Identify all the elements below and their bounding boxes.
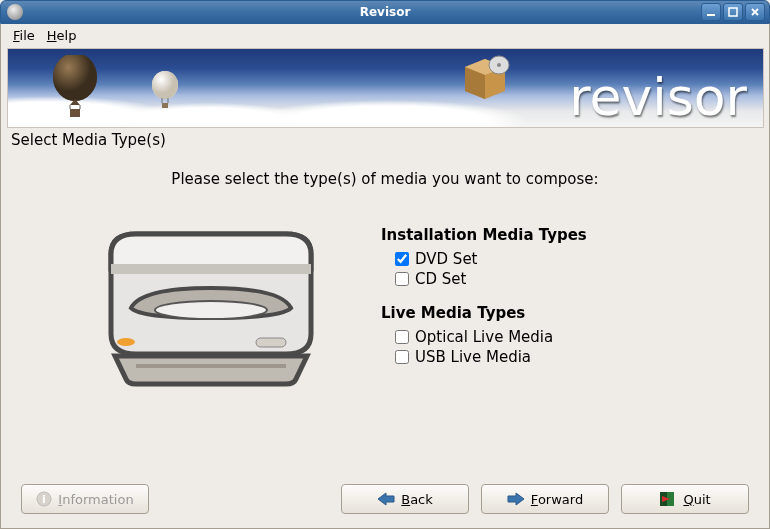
svg-point-3	[53, 55, 97, 101]
svg-point-16	[117, 338, 135, 346]
svg-rect-14	[111, 264, 311, 274]
info-icon: i	[36, 491, 52, 507]
close-icon	[750, 7, 760, 17]
menu-file[interactable]: File	[7, 26, 41, 45]
back-arrow-icon	[377, 492, 395, 506]
cd-set-checkbox[interactable]	[395, 272, 409, 286]
balloon-large-icon	[48, 55, 102, 125]
options-panel: Installation Media Types DVD Set CD Set …	[381, 220, 587, 368]
usb-live-option[interactable]: USB Live Media	[395, 348, 587, 366]
svg-point-13	[497, 63, 501, 67]
quit-icon	[659, 491, 677, 507]
information-button: i Information	[21, 484, 149, 514]
cd-set-option[interactable]: CD Set	[395, 270, 587, 288]
dvd-set-checkbox[interactable]	[395, 252, 409, 266]
button-bar: i Information Back Forward Quit	[1, 484, 769, 514]
cd-set-label: CD Set	[415, 270, 466, 288]
svg-rect-0	[707, 14, 715, 16]
instruction-text: Please select the type(s) of media you w…	[31, 170, 739, 188]
install-media-heading: Installation Media Types	[381, 226, 587, 244]
banner: revisor	[7, 48, 764, 128]
forward-arrow-icon	[507, 492, 525, 506]
svg-rect-9	[162, 103, 168, 108]
svg-point-15	[155, 301, 267, 319]
main-content: Please select the type(s) of media you w…	[1, 150, 769, 404]
svg-rect-4	[70, 109, 80, 117]
window-controls	[701, 3, 765, 21]
minimize-icon	[706, 7, 716, 17]
live-media-heading: Live Media Types	[381, 304, 587, 322]
optical-live-label: Optical Live Media	[415, 328, 553, 346]
window-title: Revisor	[1, 5, 769, 19]
section-label: Select Media Type(s)	[1, 130, 769, 150]
usb-live-checkbox[interactable]	[395, 350, 409, 364]
quit-button[interactable]: Quit	[621, 484, 749, 514]
optical-drive-icon	[81, 204, 341, 404]
forward-button[interactable]: Forward	[481, 484, 609, 514]
svg-rect-18	[136, 364, 286, 368]
brand-text: revisor	[569, 67, 747, 127]
dvd-set-option[interactable]: DVD Set	[395, 250, 587, 268]
optical-live-option[interactable]: Optical Live Media	[395, 328, 587, 346]
svg-rect-1	[729, 8, 737, 16]
maximize-icon	[728, 7, 738, 17]
minimize-button[interactable]	[701, 3, 721, 21]
svg-rect-17	[256, 338, 286, 347]
back-button[interactable]: Back	[341, 484, 469, 514]
maximize-button[interactable]	[723, 3, 743, 21]
dvd-set-label: DVD Set	[415, 250, 478, 268]
svg-text:i: i	[42, 493, 46, 506]
balloon-small-icon	[148, 71, 182, 115]
close-button[interactable]	[745, 3, 765, 21]
app-icon	[7, 4, 23, 20]
usb-live-label: USB Live Media	[415, 348, 531, 366]
optical-live-checkbox[interactable]	[395, 330, 409, 344]
svg-point-8	[152, 71, 178, 99]
package-box-icon	[457, 55, 513, 101]
menubar: File Help	[1, 24, 769, 46]
titlebar: Revisor	[0, 0, 770, 24]
menu-help[interactable]: Help	[41, 26, 83, 45]
